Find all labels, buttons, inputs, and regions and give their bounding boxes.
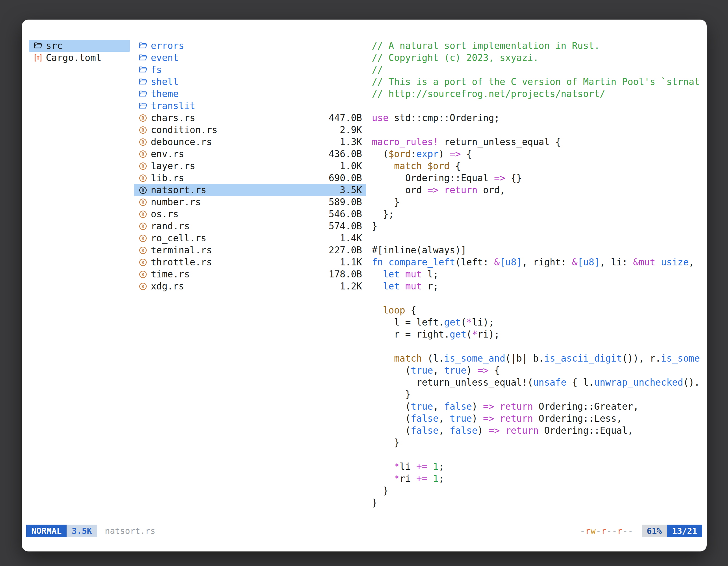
item-label: terminal.rs [151, 244, 325, 256]
file-item-chars-rs[interactable]: Rchars.rs447.0B [134, 112, 366, 124]
item-size: 2.9K [340, 124, 362, 136]
item-size: 178.0B [329, 268, 362, 280]
item-size: 1.0K [340, 160, 362, 172]
code-preview: // A natural sort implementation in Rust… [372, 40, 703, 515]
folder-open-icon [138, 42, 148, 49]
folder-open-icon [138, 78, 148, 85]
svg-text:R: R [142, 187, 144, 193]
code-line: } [372, 388, 703, 400]
code-line [372, 448, 703, 461]
item-label: translit [151, 100, 359, 112]
code-line: (false, false) => return Ordering::Equal… [372, 424, 703, 436]
item-label: xdg.rs [151, 280, 337, 292]
file-item-os-rs[interactable]: Ros.rs546.0B [134, 208, 366, 220]
item-label: chars.rs [151, 112, 325, 124]
item-label: fs [151, 64, 359, 76]
code-line: // http://sourcefrog.net/projects/natsor… [372, 88, 703, 100]
svg-text:R: R [142, 200, 144, 205]
dir-item-shell[interactable]: shell [134, 76, 366, 88]
svg-text:R: R [142, 260, 144, 265]
file-item-lib-rs[interactable]: Rlib.rs690.0B [134, 172, 366, 184]
item-label: debounce.rs [151, 136, 337, 148]
file-item-time-rs[interactable]: Rtime.rs178.0B [134, 268, 366, 280]
item-label: rand.rs [151, 220, 325, 232]
dir-item-fs[interactable]: fs [134, 64, 366, 76]
rust-file-icon: R [138, 210, 148, 219]
rust-file-icon: R [138, 138, 148, 146]
item-label: errors [151, 40, 359, 52]
status-filename: natsort.rs [105, 526, 156, 536]
code-line: ($ord:expr) => { [372, 148, 703, 160]
code-line: } [372, 196, 703, 208]
code-line: r = right.get(*ri); [372, 328, 703, 340]
svg-text:R: R [142, 212, 144, 217]
rust-file-icon: R [138, 126, 148, 134]
file-item-xdg-rs[interactable]: Rxdg.rs1.2K [134, 280, 366, 292]
item-label: ro_cell.rs [151, 232, 337, 244]
mode-indicator: NORMAL [26, 525, 67, 537]
file-item-layer-rs[interactable]: Rlayer.rs1.0K [134, 160, 366, 172]
code-line: Ordering::Equal => {} [372, 172, 703, 184]
code-line [372, 124, 703, 136]
item-size: 589.0B [329, 196, 362, 208]
dir-item-translit[interactable]: translit [134, 100, 366, 112]
file-permissions: -rw-r--r-- [580, 526, 633, 536]
dir-item-theme[interactable]: theme [134, 88, 366, 100]
code-line: ord => return ord, [372, 184, 703, 196]
file-item-terminal-rs[interactable]: Rterminal.rs227.0B [134, 244, 366, 256]
code-line: let mut l; [372, 268, 703, 280]
code-line: #[inline(always)] [372, 244, 703, 256]
dir-item-event[interactable]: event [134, 52, 366, 64]
rust-file-icon: R [138, 222, 148, 231]
file-item-ro-cell-rs[interactable]: Rro_cell.rs1.4K [134, 232, 366, 244]
item-label: shell [151, 76, 359, 88]
code-line: (true, false) => return Ordering::Greate… [372, 400, 703, 412]
yazi-file-manager-window: srcCargo.toml errorseventfsshellthemetra… [22, 20, 707, 551]
item-size: 3.5K [340, 184, 362, 196]
file-item-natsort-rs[interactable]: Rnatsort.rs3.5K [134, 184, 366, 196]
cursor-position: 13/21 [667, 525, 702, 537]
file-item-cargo-toml[interactable]: Cargo.toml [29, 52, 130, 64]
code-line: fn compare_left(left: &[u8], right: &[u8… [372, 256, 703, 268]
file-item-number-rs[interactable]: Rnumber.rs589.0B [134, 196, 366, 208]
item-label: os.rs [151, 208, 325, 220]
current-directory-pane: errorseventfsshellthemetranslitRchars.rs… [134, 40, 366, 292]
rust-file-icon: R [138, 270, 148, 279]
code-line: l = left.get(*li); [372, 316, 703, 328]
code-line: (true, true) => { [372, 364, 703, 376]
selected-file-size: 3.5K [67, 525, 97, 537]
item-label: event [151, 52, 359, 64]
rust-file-icon: R [138, 258, 148, 267]
item-size: 1.1K [340, 256, 362, 268]
svg-text:R: R [142, 248, 144, 253]
svg-text:R: R [142, 163, 144, 169]
dir-item-errors[interactable]: errors [134, 40, 366, 52]
rust-file-icon: R [138, 198, 148, 206]
svg-text:R: R [142, 236, 144, 241]
code-line: macro_rules! return_unless_equal { [372, 136, 703, 148]
item-label: natsort.rs [151, 184, 337, 196]
file-item-env-rs[interactable]: Renv.rs436.0B [134, 148, 366, 160]
dir-item-src[interactable]: src [29, 40, 130, 52]
item-size: 690.0B [329, 172, 362, 184]
folder-open-icon [138, 54, 148, 61]
file-item-debounce-rs[interactable]: Rdebounce.rs1.3K [134, 136, 366, 148]
folder-open-icon [138, 66, 148, 73]
toml-file-icon [33, 54, 43, 62]
item-label: condition.rs [151, 124, 337, 136]
item-size: 447.0B [329, 112, 362, 124]
rust-file-icon: R [138, 246, 148, 255]
code-line: } [372, 436, 703, 448]
item-label: Cargo.toml [46, 52, 123, 64]
code-line: *li += 1; [372, 461, 703, 473]
status-bar-left: NORMAL 3.5K natsort.rs [26, 525, 155, 537]
item-label: theme [151, 88, 359, 100]
code-line: // Copyright (c) 2023, sxyazi. [372, 52, 703, 64]
file-item-rand-rs[interactable]: Rrand.rs574.0B [134, 220, 366, 232]
file-item-throttle-rs[interactable]: Rthrottle.rs1.1K [134, 256, 366, 268]
rust-file-icon: R [138, 150, 148, 158]
status-bar-right: -rw-r--r-- 61% 13/21 [580, 525, 702, 537]
scroll-percent: 61% [642, 525, 667, 537]
item-size: 1.4K [340, 232, 362, 244]
file-item-condition-rs[interactable]: Rcondition.rs2.9K [134, 124, 366, 136]
